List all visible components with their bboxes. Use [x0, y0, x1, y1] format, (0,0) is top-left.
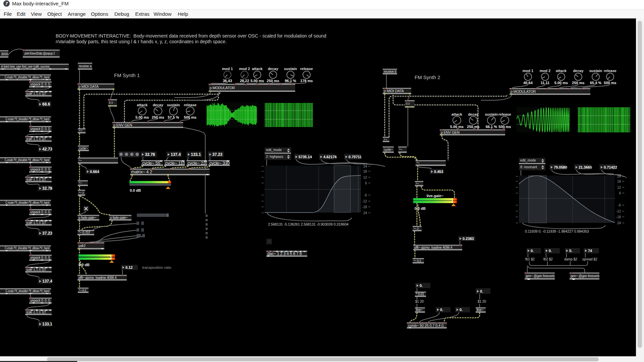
svg-text:-12: -12	[362, 199, 367, 203]
svg-text:12: 12	[617, 186, 621, 189]
svg-text:-18: -18	[616, 215, 621, 219]
svg-text:24: 24	[363, 211, 367, 215]
svg-text:-6: -6	[364, 193, 367, 197]
svg-text:12: 12	[363, 176, 367, 179]
svg-text:-12: -12	[616, 209, 621, 213]
svg-text:6: 6	[619, 191, 621, 195]
svg-text:6: 6	[365, 181, 367, 185]
svg-text:24: 24	[363, 165, 367, 168]
svg-text:18: 18	[617, 180, 621, 183]
svg-text:-6: -6	[618, 203, 621, 207]
svg-text:24: 24	[617, 221, 621, 225]
svg-text:24: 24	[617, 175, 621, 178]
svg-text:18: 18	[363, 170, 367, 173]
svg-text:-18: -18	[362, 205, 367, 209]
